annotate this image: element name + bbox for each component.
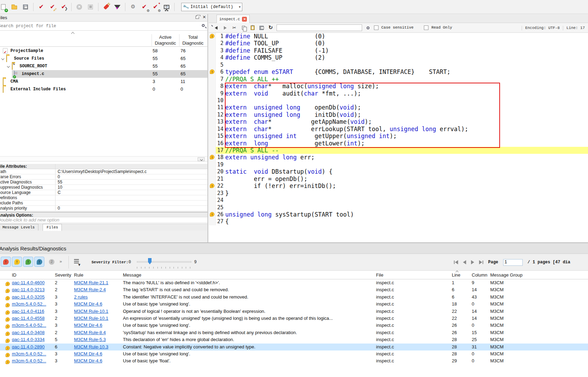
forward-icon[interactable] — [222, 25, 228, 31]
severity-green-filter-button[interactable]: ! — [23, 257, 33, 267]
diagnostic-row[interactable]: !m3cm-5.4.0-52...3M3CM Dir-4.6Use of bas… — [0, 357, 588, 364]
code-line-23[interactable]: 23} — [209, 190, 588, 197]
file-search-input[interactable] — [0, 22, 199, 30]
rule-link[interactable]: M3CM Rule-10.3 — [74, 344, 108, 349]
code-line-15[interactable]: 15extern unsigned int getUpper(unsigned … — [209, 133, 588, 140]
severity-slider-handle[interactable] — [148, 258, 152, 264]
column-header-file[interactable]: File — [376, 271, 452, 279]
severity-yellow-filter-button[interactable]: ! — [12, 257, 22, 267]
diagnostic-id-link[interactable]: qac-11.4.0-4600 — [12, 280, 45, 285]
diagnostic-row[interactable]: !qac-11.4.0-34082M3CM Rule-8.4'sysStartu… — [0, 329, 588, 336]
code-line-6[interactable]: !6typedef enum eSTART {COMMS, DATABASE, … — [209, 68, 588, 75]
filter-funnel-icon[interactable] — [113, 2, 122, 12]
severity-blue-filter-button[interactable]: ! — [34, 257, 44, 267]
diagnostic-id-link[interactable]: m3cm-5.4.0-52... — [12, 323, 46, 328]
collapse-section-button[interactable] — [198, 157, 205, 161]
code-line-25[interactable]: 25 — [209, 204, 588, 211]
code-area[interactable]: !1#define NULL (0)2#define TOOL_UP (0)3#… — [209, 33, 588, 242]
column-header-line[interactable]: Line — [452, 271, 472, 279]
column-header-active-diagnostic[interactable]: Active Diagnostic — [152, 34, 179, 46]
first-page-icon[interactable] — [454, 260, 458, 264]
tree-item-source-root[interactable]: ↳SOURCE_ROOT5565 — [0, 62, 207, 70]
code-line-11[interactable]: 11extern unsigned long openDb(void); — [209, 104, 588, 111]
code-line-2[interactable]: 2#define TOOL_UP (0) — [209, 40, 588, 47]
close-tab-icon[interactable]: ✕ — [242, 17, 247, 22]
rule-link[interactable]: M3CM Dir-4.6 — [74, 351, 102, 356]
save-icon[interactable] — [258, 25, 265, 31]
diagnostic-id-link[interactable]: qac-11.4.0-4116 — [12, 309, 44, 314]
undock-panel-icon[interactable] — [196, 16, 199, 19]
code-line-12[interactable]: 12extern unsigned long initDb(void); — [209, 111, 588, 118]
rule-link[interactable]: M3CM Rule-8.4 — [74, 330, 106, 335]
code-line-27[interactable]: 27{ — [209, 218, 588, 225]
tree-item-source-files[interactable]: Source Files5565 — [0, 55, 207, 62]
diagnostic-row[interactable]: !qac-11.4.0-45582M3CM Rule-10.1An expres… — [0, 315, 588, 322]
diagnostic-row[interactable]: !qac-11.4.0-46002M3CM Rule-21.1The macro… — [0, 279, 588, 286]
cancel-icon[interactable]: ✕ — [75, 2, 84, 12]
case-sensitive-checkbox[interactable] — [374, 25, 378, 30]
expander-icon[interactable] — [7, 65, 10, 68]
analyze-icon[interactable]: ✔ — [37, 2, 46, 12]
rule-link[interactable]: M3CM Dir-4.6 — [74, 301, 102, 307]
diagnostic-row[interactable]: !qac-11.4.0-320532 rulesThe identifier '… — [0, 294, 588, 301]
code-line-22[interactable]: !22 if (!err) err=initDb(); — [209, 182, 588, 189]
code-line-10[interactable]: 10 — [209, 97, 588, 104]
rule-link[interactable]: M3CM Dir-4.6 — [74, 358, 102, 363]
attribute-row-active-diagnostics[interactable]: Active Diagnostics55 — [0, 180, 207, 185]
suppressed-diagnostics-icon[interactable]: 2 — [49, 259, 54, 265]
code-line-5[interactable]: 5 — [209, 61, 588, 68]
editor-search-input[interactable] — [277, 24, 362, 31]
severity-red-filter-button[interactable]: ! — [1, 257, 11, 267]
attribute-row-analysis-priority[interactable]: Analysis priority0 — [0, 206, 207, 211]
diagnostic-id-link[interactable]: qac-11.4.0-2890 — [12, 344, 45, 349]
code-line-9[interactable]: 9extern void audit(char *fmt, ...); — [209, 90, 588, 97]
expander-icon[interactable] — [1, 57, 4, 60]
sync-plug-icon[interactable] — [102, 2, 111, 12]
copy-icon[interactable] — [240, 25, 247, 31]
save-icon[interactable] — [21, 2, 30, 12]
diagnostic-id-link[interactable]: qac-11.4.0-3213 — [12, 287, 45, 292]
attribute-row-suppressed-diagnostics[interactable]: Suppressed Diagnostics10 — [0, 185, 207, 190]
analysis-profile-select[interactable]: 🔧 Initial (default) ▾ — [181, 3, 242, 11]
code-line-21[interactable]: 21 err = openDb(); — [209, 175, 588, 182]
column-header-message[interactable]: Message — [123, 271, 376, 279]
tree-item-external-include-files[interactable]: External Include Files00 — [0, 85, 207, 93]
diagnostic-id-link[interactable]: qac-11.4.0-4558 — [12, 316, 45, 321]
last-page-icon[interactable] — [479, 260, 483, 264]
settings-gear-icon[interactable]: ⚙ — [128, 2, 138, 12]
code-line-8[interactable]: 8extern char* malloc(unsigned long size)… — [209, 83, 588, 90]
code-line-1[interactable]: !1#define NULL (0) — [209, 33, 588, 40]
file-tree-header[interactable]: Active Diagnostic Total Diagnostic — [0, 31, 207, 47]
analysis-options-placeholder-row[interactable]: Double-click to add new option — [0, 217, 207, 223]
rule-link[interactable]: M3CM Dir-4.6 — [74, 323, 102, 328]
attribute-row-source-language[interactable]: Source LanguageC — [0, 190, 207, 195]
clean-analyze-icon[interactable]: ✔🖉 — [48, 2, 57, 12]
paste-icon[interactable] — [249, 25, 256, 31]
attribute-row-definitions[interactable]: Definitions — [0, 195, 207, 201]
column-header-rule[interactable]: Rule — [74, 271, 123, 279]
diagnostic-id-link[interactable]: m3cm-5.4.0-52... — [12, 351, 46, 356]
cut-scissors-icon[interactable]: ✂ — [231, 25, 237, 31]
close-panel-icon[interactable]: ✕ — [203, 15, 206, 19]
view-options-icon[interactable] — [74, 259, 79, 260]
code-line-20[interactable]: 20static void DBstartup(void) { — [209, 168, 588, 175]
rule-link[interactable]: M3CM Rule-2.4 — [74, 287, 106, 292]
attribute-row-include-paths[interactable]: Include Paths — [0, 201, 207, 206]
column-header-id[interactable]: ID — [12, 271, 55, 279]
attribute-row-parse-errors[interactable]: Parse Errors0 — [0, 174, 207, 180]
rule-link[interactable]: M3CM Rule-5.3 — [74, 337, 106, 342]
code-line-3[interactable]: 3#define FAILSAFE (-1) — [209, 47, 588, 54]
page-number-input[interactable] — [503, 259, 523, 266]
diagnostic-row[interactable]: !qac-11.4.0-32132M3CM Rule-2.4The tag 'e… — [0, 286, 588, 293]
code-line-26[interactable]: !26unsigned long sysStartup(START tool) — [209, 211, 588, 218]
editor-tab-inspect-c[interactable]: inspect.c ✕ — [216, 15, 250, 23]
rule-link[interactable]: M3CM Rule-10.1 — [74, 309, 108, 314]
severity-slider-track[interactable] — [137, 261, 191, 263]
stop-icon[interactable] — [86, 2, 95, 12]
column-header-total-diagnostic[interactable]: Total Diagnostic — [179, 34, 206, 46]
code-line-4[interactable]: 4#define COMMS_UP (2) — [209, 54, 588, 61]
tab-message-levels[interactable]: Message Levels — [0, 224, 38, 231]
resume-analyze-icon[interactable]: ✔❯ — [59, 2, 68, 12]
attribute-row-path[interactable]: PathC:\Users\mxyt\Desktop\ProjectSample\… — [0, 169, 207, 174]
diagnostic-id-link[interactable]: qac-11.4.0-3334 — [12, 337, 45, 342]
